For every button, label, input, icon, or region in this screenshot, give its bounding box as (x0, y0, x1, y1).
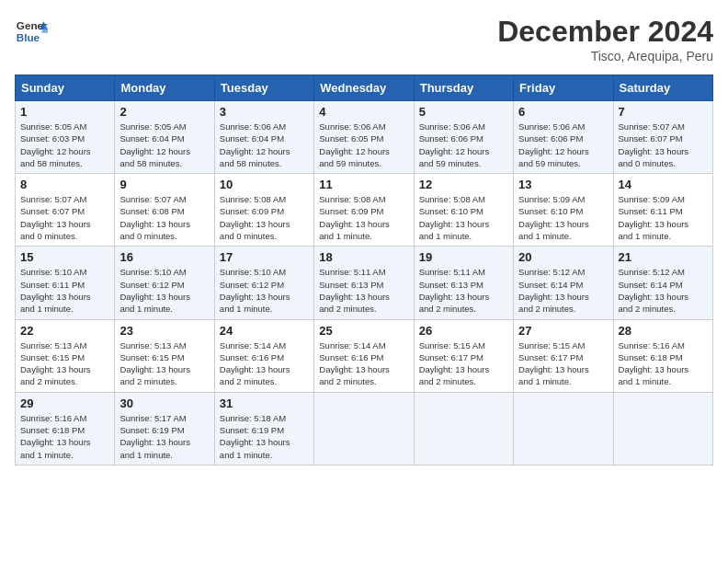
header-row: Sunday Monday Tuesday Wednesday Thursday… (16, 75, 713, 101)
table-row: 20Sunrise: 5:12 AM Sunset: 6:14 PM Dayli… (514, 247, 613, 319)
day-info: Sunrise: 5:12 AM Sunset: 6:14 PM Dayligh… (518, 266, 608, 315)
day-number: 7 (619, 105, 708, 119)
day-number: 29 (20, 396, 109, 410)
table-row: 22Sunrise: 5:13 AM Sunset: 6:15 PM Dayli… (16, 319, 115, 392)
day-number: 14 (619, 178, 708, 191)
table-row: 13Sunrise: 5:09 AM Sunset: 6:10 PM Dayli… (514, 174, 613, 247)
logo: General Blue (15, 15, 48, 48)
col-thursday: Thursday (414, 75, 513, 101)
table-row: 25Sunrise: 5:14 AM Sunset: 6:16 PM Dayli… (314, 319, 414, 392)
day-number: 9 (119, 178, 209, 191)
day-info: Sunrise: 5:07 AM Sunset: 6:07 PM Dayligh… (619, 121, 708, 169)
day-number: 25 (319, 324, 408, 338)
day-info: Sunrise: 5:12 AM Sunset: 6:14 PM Dayligh… (619, 266, 708, 315)
day-number: 10 (220, 178, 309, 191)
page-header: General Blue December 2024 Tisco, Arequi… (15, 15, 713, 63)
day-info: Sunrise: 5:08 AM Sunset: 6:09 PM Dayligh… (220, 193, 309, 242)
col-monday: Monday (115, 75, 214, 101)
table-row: 16Sunrise: 5:10 AM Sunset: 6:12 PM Dayli… (115, 247, 214, 319)
svg-text:Blue: Blue (17, 31, 40, 43)
day-info: Sunrise: 5:14 AM Sunset: 6:16 PM Dayligh… (319, 339, 408, 388)
day-info: Sunrise: 5:11 AM Sunset: 6:13 PM Dayligh… (319, 266, 408, 315)
day-number: 31 (220, 396, 309, 410)
col-wednesday: Wednesday (314, 75, 414, 101)
day-number: 15 (20, 250, 109, 264)
table-row: 30Sunrise: 5:17 AM Sunset: 6:19 PM Dayli… (115, 392, 214, 465)
day-number: 5 (419, 105, 508, 119)
table-row: 6Sunrise: 5:06 AM Sunset: 6:06 PM Daylig… (514, 101, 613, 174)
day-info: Sunrise: 5:06 AM Sunset: 6:06 PM Dayligh… (518, 121, 608, 169)
table-row: 3Sunrise: 5:06 AM Sunset: 6:04 PM Daylig… (214, 101, 313, 174)
day-info: Sunrise: 5:14 AM Sunset: 6:16 PM Dayligh… (220, 339, 309, 388)
day-number: 20 (518, 250, 608, 264)
day-info: Sunrise: 5:18 AM Sunset: 6:19 PM Dayligh… (220, 412, 309, 461)
table-row: 31Sunrise: 5:18 AM Sunset: 6:19 PM Dayli… (214, 392, 313, 465)
day-info: Sunrise: 5:16 AM Sunset: 6:18 PM Dayligh… (20, 412, 109, 461)
day-number: 23 (119, 324, 209, 338)
day-number: 30 (119, 396, 209, 410)
table-row: 29Sunrise: 5:16 AM Sunset: 6:18 PM Dayli… (16, 392, 115, 465)
day-info: Sunrise: 5:17 AM Sunset: 6:19 PM Dayligh… (119, 412, 209, 461)
table-row: 15Sunrise: 5:10 AM Sunset: 6:11 PM Dayli… (16, 247, 115, 319)
table-row: 5Sunrise: 5:06 AM Sunset: 6:06 PM Daylig… (414, 101, 513, 174)
table-row (414, 392, 513, 465)
table-row (514, 392, 613, 465)
day-number: 18 (319, 250, 408, 264)
day-number: 3 (220, 105, 309, 119)
day-info: Sunrise: 5:16 AM Sunset: 6:18 PM Dayligh… (619, 339, 708, 388)
day-info: Sunrise: 5:06 AM Sunset: 6:04 PM Dayligh… (220, 121, 309, 169)
calendar-row: 8Sunrise: 5:07 AM Sunset: 6:07 PM Daylig… (16, 174, 713, 247)
day-info: Sunrise: 5:08 AM Sunset: 6:10 PM Dayligh… (419, 193, 508, 242)
table-row (613, 392, 712, 465)
day-info: Sunrise: 5:05 AM Sunset: 6:03 PM Dayligh… (20, 121, 109, 169)
day-number: 19 (419, 250, 508, 264)
day-number: 27 (518, 324, 608, 338)
table-row: 28Sunrise: 5:16 AM Sunset: 6:18 PM Dayli… (613, 319, 712, 392)
day-number: 12 (419, 178, 508, 191)
table-row: 24Sunrise: 5:14 AM Sunset: 6:16 PM Dayli… (214, 319, 313, 392)
col-sunday: Sunday (16, 75, 115, 101)
day-info: Sunrise: 5:07 AM Sunset: 6:07 PM Dayligh… (20, 193, 109, 242)
day-number: 22 (20, 324, 109, 338)
calendar-row: 22Sunrise: 5:13 AM Sunset: 6:15 PM Dayli… (16, 319, 713, 392)
table-row: 4Sunrise: 5:06 AM Sunset: 6:05 PM Daylig… (314, 101, 414, 174)
day-number: 17 (220, 250, 309, 264)
table-row (314, 392, 414, 465)
col-friday: Friday (514, 75, 613, 101)
table-row: 26Sunrise: 5:15 AM Sunset: 6:17 PM Dayli… (414, 319, 513, 392)
table-row: 19Sunrise: 5:11 AM Sunset: 6:13 PM Dayli… (414, 247, 513, 319)
day-info: Sunrise: 5:09 AM Sunset: 6:10 PM Dayligh… (518, 193, 608, 242)
table-row: 21Sunrise: 5:12 AM Sunset: 6:14 PM Dayli… (613, 247, 712, 319)
day-info: Sunrise: 5:15 AM Sunset: 6:17 PM Dayligh… (419, 339, 508, 388)
day-info: Sunrise: 5:11 AM Sunset: 6:13 PM Dayligh… (419, 266, 508, 315)
day-info: Sunrise: 5:06 AM Sunset: 6:06 PM Dayligh… (419, 121, 508, 169)
table-row: 18Sunrise: 5:11 AM Sunset: 6:13 PM Dayli… (314, 247, 414, 319)
title-block: December 2024 Tisco, Arequipa, Peru (497, 15, 713, 63)
table-row: 8Sunrise: 5:07 AM Sunset: 6:07 PM Daylig… (16, 174, 115, 247)
table-row: 12Sunrise: 5:08 AM Sunset: 6:10 PM Dayli… (414, 174, 513, 247)
day-number: 28 (619, 324, 708, 338)
day-number: 26 (419, 324, 508, 338)
day-number: 24 (220, 324, 309, 338)
day-number: 11 (319, 178, 408, 191)
calendar-row: 1Sunrise: 5:05 AM Sunset: 6:03 PM Daylig… (16, 101, 713, 174)
table-row: 11Sunrise: 5:08 AM Sunset: 6:09 PM Dayli… (314, 174, 414, 247)
day-number: 6 (518, 105, 608, 119)
table-row: 17Sunrise: 5:10 AM Sunset: 6:12 PM Dayli… (214, 247, 313, 319)
day-info: Sunrise: 5:09 AM Sunset: 6:11 PM Dayligh… (619, 193, 708, 242)
col-tuesday: Tuesday (214, 75, 313, 101)
location-subtitle: Tisco, Arequipa, Peru (497, 49, 713, 63)
day-info: Sunrise: 5:07 AM Sunset: 6:08 PM Dayligh… (119, 193, 209, 242)
table-row: 7Sunrise: 5:07 AM Sunset: 6:07 PM Daylig… (613, 101, 712, 174)
table-row: 2Sunrise: 5:05 AM Sunset: 6:04 PM Daylig… (115, 101, 214, 174)
table-row: 1Sunrise: 5:05 AM Sunset: 6:03 PM Daylig… (16, 101, 115, 174)
col-saturday: Saturday (613, 75, 712, 101)
table-row: 10Sunrise: 5:08 AM Sunset: 6:09 PM Dayli… (214, 174, 313, 247)
table-row: 27Sunrise: 5:15 AM Sunset: 6:17 PM Dayli… (514, 319, 613, 392)
day-info: Sunrise: 5:08 AM Sunset: 6:09 PM Dayligh… (319, 193, 408, 242)
day-info: Sunrise: 5:06 AM Sunset: 6:05 PM Dayligh… (319, 121, 408, 169)
month-title: December 2024 (497, 15, 713, 49)
day-number: 16 (119, 250, 209, 264)
calendar-table: Sunday Monday Tuesday Wednesday Thursday… (15, 75, 713, 465)
logo-icon: General Blue (15, 15, 48, 48)
